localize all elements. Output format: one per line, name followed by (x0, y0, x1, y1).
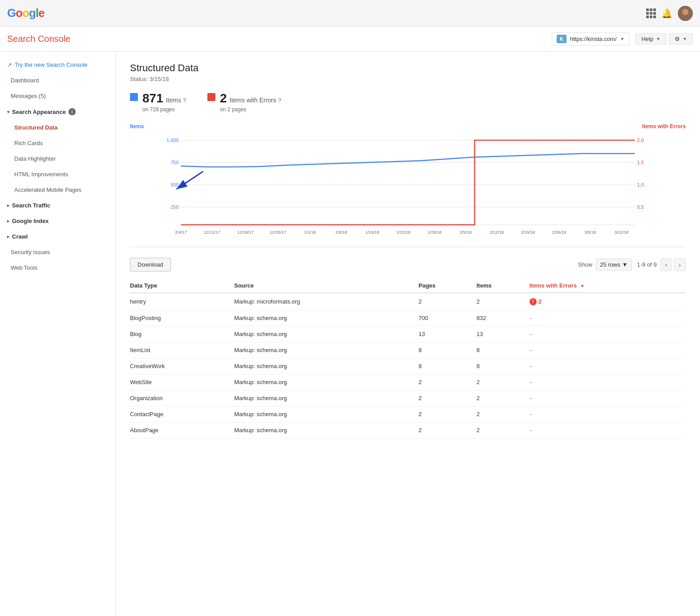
next-page-button[interactable]: › (674, 259, 686, 271)
download-button[interactable]: Download (130, 258, 171, 272)
cell-pages: 8 (419, 358, 477, 374)
sidebar: ↗ Try the new Search Console Dashboard M… (0, 52, 116, 616)
svg-text:250: 250 (170, 204, 178, 210)
cell-data-type: CreativeWork (130, 358, 234, 374)
secondbar: Search Console K https://kinsta.com/ ▼ H… (0, 27, 700, 52)
cell-data-type: BlogPosting (130, 310, 234, 326)
svg-text:1,000: 1,000 (166, 138, 179, 143)
cell-source: Markup: schema.org (234, 374, 418, 390)
sidebar-item-html-improvements[interactable]: HTML Improvements (0, 166, 115, 182)
table-row[interactable]: hentry Markup: microformats.org 2 2 ! 2 (130, 293, 686, 310)
sidebar-section-crawl[interactable]: ▸ Crawl (0, 229, 115, 244)
col-source: Source (234, 279, 418, 293)
svg-text:2/19/18: 2/19/18 (521, 230, 535, 235)
items-label: Items (166, 97, 181, 104)
sidebar-item-web-tools[interactable]: Web Tools (0, 260, 115, 276)
notification-icon[interactable]: 🔔 (661, 8, 672, 19)
no-error-dash: – (530, 379, 533, 385)
cell-data-type: hentry (130, 293, 234, 310)
cell-data-type: WebSite (130, 374, 234, 390)
cell-errors: – (530, 390, 686, 406)
cell-errors: – (530, 374, 686, 390)
sidebar-item-security[interactable]: Security Issues (0, 244, 115, 260)
help-label: Help (641, 36, 653, 42)
rows-option: 25 rows (600, 261, 620, 268)
col-items: Items (477, 279, 530, 293)
grid-icon[interactable] (646, 8, 656, 18)
section-label: Search Appearance (12, 109, 66, 115)
sidebar-section-search-traffic[interactable]: ▸ Search Traffic (0, 198, 115, 213)
site-selector[interactable]: K https://kinsta.com/ ▼ (552, 32, 629, 45)
stat-errors-detail: 2 Items with Errors ? on 2 pages (220, 91, 281, 113)
cell-pages: 8 (419, 342, 477, 358)
errors-color-box (207, 93, 215, 101)
prev-page-button[interactable]: ‹ (660, 259, 672, 271)
sidebar-new-console-link[interactable]: ↗ Try the new Search Console (0, 57, 115, 73)
sidebar-section-google-index[interactable]: ▸ Google Index (0, 213, 115, 229)
cell-errors: – (530, 326, 686, 342)
table-controls: Download Show 25 rows ▼ 1-9 of 9 ‹ › (130, 258, 686, 272)
sort-arrow-icon: ▼ (580, 284, 585, 288)
cell-errors: – (530, 358, 686, 374)
show-label: Show (578, 261, 593, 268)
settings-button[interactable]: ⚙ ▼ (669, 33, 693, 45)
stat-errors: 2 Items with Errors ? on 2 pages (207, 91, 281, 113)
svg-text:12/18/17: 12/18/17 (237, 230, 254, 235)
cell-data-type: ItemList (130, 342, 234, 358)
table-row[interactable]: ContactPage Markup: schema.org 2 2 – (130, 406, 686, 422)
table-row[interactable]: ItemList Markup: schema.org 8 8 – (130, 342, 686, 358)
cell-pages: 700 (419, 310, 477, 326)
table-row[interactable]: Organization Markup: schema.org 2 2 – (130, 390, 686, 406)
help-button[interactable]: Help ▼ (635, 33, 666, 45)
cell-items: 8 (477, 358, 530, 374)
sidebar-section-search-appearance[interactable]: ▾ Search Appearance i (0, 104, 115, 120)
svg-text:2/26/18: 2/26/18 (552, 230, 566, 235)
cell-errors: ! 2 (530, 293, 686, 310)
svg-text:12/11/17: 12/11/17 (204, 230, 220, 235)
svg-text:2/5/18: 2/5/18 (460, 230, 471, 235)
cell-items: 2 (477, 422, 530, 438)
cell-source: Markup: schema.org (234, 358, 418, 374)
cell-source: Markup: schema.org (234, 422, 418, 438)
table-row[interactable]: Blog Markup: schema.org 13 13 – (130, 326, 686, 342)
col-errors[interactable]: Items with Errors ▼ (530, 279, 686, 293)
site-logo-badge: K (557, 35, 566, 43)
sidebar-item-rich-cards[interactable]: Rich Cards (0, 135, 115, 151)
table-row[interactable]: WebSite Markup: schema.org 2 2 – (130, 374, 686, 390)
messages-label: Messages (5) (11, 93, 46, 99)
table-header: Data Type Source Pages Items Items with … (130, 279, 686, 293)
topbar: Google 🔔 (0, 0, 700, 27)
svg-text:750: 750 (170, 160, 178, 165)
user-avatar[interactable] (678, 6, 693, 21)
chart-svg: 1,000 750 500 250 2.0 1.5 1.0 0.5 (130, 131, 686, 238)
items-help-icon[interactable]: ? (183, 97, 186, 104)
sidebar-item-amp[interactable]: Accelerated Mobile Pages (0, 182, 115, 198)
section-collapse-arrow: ▾ (7, 109, 9, 114)
sidebar-item-data-highlighter[interactable]: Data Highlighter (0, 151, 115, 166)
cell-errors: – (530, 310, 686, 326)
stats-row: 871 Items ? on 728 pages 2 Items with Er… (130, 91, 686, 113)
sidebar-item-messages[interactable]: Messages (5) (0, 88, 115, 104)
cell-pages: 2 (419, 422, 477, 438)
rows-select[interactable]: 25 rows ▼ (596, 259, 631, 271)
errors-label: Items with Errors (230, 97, 276, 104)
rows-dropdown-arrow: ▼ (622, 261, 628, 268)
sidebar-item-dashboard[interactable]: Dashboard (0, 73, 115, 88)
errors-pages: on 2 pages (220, 106, 281, 113)
page-status: Status: 3/15/18 (130, 76, 686, 82)
errors-help-icon[interactable]: ? (278, 97, 281, 104)
table-row[interactable]: AboutPage Markup: schema.org 2 2 – (130, 422, 686, 438)
cell-errors: – (530, 406, 686, 422)
cell-source: Markup: schema.org (234, 390, 418, 406)
topbar-icons: 🔔 (646, 6, 693, 21)
table-row[interactable]: CreativeWork Markup: schema.org 8 8 – (130, 358, 686, 374)
no-error-dash: – (530, 331, 533, 337)
error-badge: ! 2 (530, 298, 542, 305)
cell-data-type: Blog (130, 326, 234, 342)
svg-text:2/4/17: 2/4/17 (175, 230, 186, 235)
section-collapse-arrow-crawl: ▸ (7, 234, 9, 239)
items-pages: on 728 pages (142, 106, 186, 113)
table-row[interactable]: BlogPosting Markup: schema.org 700 832 – (130, 310, 686, 326)
svg-text:1/1/18: 1/1/18 (304, 230, 316, 235)
sidebar-item-structured-data[interactable]: Structured Data (0, 120, 115, 135)
